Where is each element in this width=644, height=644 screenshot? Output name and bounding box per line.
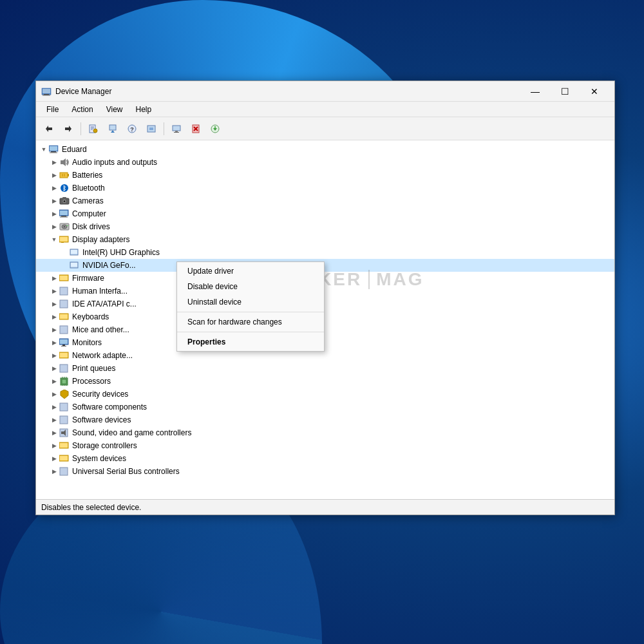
security-label: Security devices: [72, 390, 128, 399]
tree-item-cameras[interactable]: ▶ Cameras: [36, 194, 614, 207]
close-button[interactable]: ✕: [580, 81, 609, 102]
ctx-scan-hardware[interactable]: Scan for hardware changes: [177, 314, 324, 330]
monitors-expander[interactable]: ▶: [49, 337, 59, 348]
remove-device-button[interactable]: [187, 120, 205, 138]
ide-expander[interactable]: ▶: [49, 299, 59, 309]
menu-file[interactable]: File: [41, 104, 64, 115]
menu-help[interactable]: Help: [131, 104, 157, 115]
tree-item-diskdrives[interactable]: ▶ Disk drives: [36, 220, 614, 233]
svg-marker-78: [61, 390, 68, 399]
svg-rect-86: [60, 456, 68, 460]
keyboards-expander[interactable]: ▶: [49, 312, 59, 322]
svg-text:ᛒ: ᛒ: [62, 185, 66, 192]
tree-item-monitors[interactable]: ▶ Monitors: [36, 336, 614, 349]
tree-item-hid[interactable]: ▶ Human Interfa...: [36, 285, 614, 298]
tree-item-storage[interactable]: ▶ Storage controllers: [36, 439, 614, 452]
menu-view[interactable]: View: [101, 104, 128, 115]
batteries-expander[interactable]: ▶: [49, 170, 59, 180]
update-driver-button[interactable]: [104, 120, 122, 138]
audio-expander[interactable]: ▶: [49, 157, 59, 167]
ctx-properties[interactable]: Properties: [177, 334, 324, 350]
diskdrives-label: Disk drives: [72, 222, 110, 231]
help-button[interactable]: ?: [123, 120, 141, 138]
tree-item-audio[interactable]: ▶ Audio inputs and outputs: [36, 156, 614, 169]
processors-expander[interactable]: ▶: [49, 376, 59, 386]
scan-hardware-button[interactable]: [142, 120, 160, 138]
cameras-expander[interactable]: ▶: [49, 196, 59, 206]
status-bar: Disables the selected device.: [36, 499, 614, 515]
maximize-button[interactable]: ☐: [550, 81, 580, 102]
ctx-disable-device[interactable]: Disable device: [177, 279, 324, 294]
nvidia-label: NVIDIA GeFo...: [82, 261, 136, 270]
computer-expander[interactable]: ▶: [49, 209, 59, 219]
softwaredevices-expander[interactable]: ▶: [49, 415, 59, 425]
tree-item-ide[interactable]: ▶ IDE ATA/ATAPI c...: [36, 298, 614, 310]
minimize-button[interactable]: —: [520, 81, 550, 102]
usb-expander[interactable]: ▶: [49, 466, 59, 477]
network-expander[interactable]: ▶: [49, 350, 59, 361]
forward-button[interactable]: [59, 120, 77, 138]
security-expander[interactable]: ▶: [49, 389, 59, 399]
svg-rect-16: [149, 128, 153, 130]
tree-item-systemdevices[interactable]: ▶ System devices: [36, 452, 614, 465]
firmware-expander[interactable]: ▶: [49, 273, 59, 283]
svg-marker-4: [46, 126, 52, 132]
tree-item-keyboards[interactable]: ▶ Keyboards: [36, 310, 614, 323]
tree-item-bluetooth[interactable]: ▶ ᛒ Bluetooth: [36, 182, 614, 194]
hid-expander[interactable]: ▶: [49, 286, 59, 296]
properties-button[interactable]: [84, 120, 102, 138]
tree-item-displayadapters[interactable]: ▼ Display adapters: [36, 233, 614, 246]
tree-item-softwarecomponents[interactable]: ▶ Software components: [36, 401, 614, 413]
svg-rect-19: [174, 132, 179, 133]
tree-item-softwaredevices[interactable]: ▶ Software devices: [36, 413, 614, 426]
svg-text:?: ?: [130, 126, 134, 133]
sound-expander[interactable]: ▶: [49, 428, 59, 438]
sound-icon: [59, 428, 70, 438]
ctx-update-driver[interactable]: Update driver: [177, 263, 324, 279]
svg-point-39: [64, 200, 66, 202]
print-expander[interactable]: ▶: [49, 363, 59, 374]
ctx-uninstall-device[interactable]: Uninstall device: [177, 294, 324, 310]
monitors-icon: [59, 337, 70, 348]
display-devices-button[interactable]: [167, 120, 185, 138]
svg-rect-55: [71, 263, 77, 267]
context-menu: Update driver Disable device Uninstall d…: [176, 261, 325, 352]
systemdevices-expander[interactable]: ▶: [49, 453, 59, 464]
svg-rect-1: [43, 89, 50, 93]
svg-rect-58: [60, 287, 68, 295]
softwarecomponents-expander[interactable]: ▶: [49, 402, 59, 412]
tree-item-network[interactable]: ▶ Network adapte...: [36, 349, 614, 362]
displayadapters-expander[interactable]: ▼: [49, 234, 59, 245]
back-button[interactable]: [40, 120, 58, 138]
diskdrives-expander[interactable]: ▶: [49, 222, 59, 232]
tree-item-print[interactable]: ▶ Print queues: [36, 362, 614, 375]
tree-item-firmware[interactable]: ▶ Firmware: [36, 272, 614, 285]
audio-icon: [59, 157, 70, 167]
tree-item-nvidia[interactable]: NVIDIA GeFo...: [36, 259, 614, 272]
tree-item-sound[interactable]: ▶ Sound, video and game controllers: [36, 426, 614, 439]
tree-item-mice[interactable]: ▶ Mice and other...: [36, 323, 614, 336]
tree-item-security[interactable]: ▶ Security devices: [36, 388, 614, 401]
tree-item-batteries[interactable]: ▶ Batteries: [36, 169, 614, 182]
tree-item-usb[interactable]: ▶ Universal Serial Bus controllers: [36, 465, 614, 478]
systemdevices-icon: [59, 453, 70, 464]
tree-item-processors[interactable]: ▶ Processors: [36, 375, 614, 388]
device-tree[interactable]: ▼ Eduard ▶: [36, 140, 614, 499]
storage-expander[interactable]: ▶: [49, 440, 59, 451]
mice-icon: [59, 325, 70, 335]
menu-action[interactable]: Action: [66, 104, 98, 115]
intel-icon: [70, 247, 80, 258]
svg-rect-27: [50, 146, 57, 151]
tree-root-item[interactable]: ▼ Eduard: [36, 143, 614, 156]
svg-rect-64: [60, 339, 68, 344]
bluetooth-expander[interactable]: ▶: [49, 183, 59, 193]
svg-rect-80: [60, 416, 68, 424]
update-all-button[interactable]: [206, 120, 224, 138]
root-expander[interactable]: ▼: [39, 144, 49, 155]
tree-item-computer[interactable]: ▶ Computer: [36, 207, 614, 220]
svg-marker-5: [65, 126, 71, 132]
security-icon: [59, 389, 70, 399]
softwarecomponents-label: Software components: [72, 402, 147, 412]
mice-expander[interactable]: ▶: [49, 325, 59, 335]
tree-item-intel[interactable]: Intel(R) UHD Graphics: [36, 246, 614, 259]
